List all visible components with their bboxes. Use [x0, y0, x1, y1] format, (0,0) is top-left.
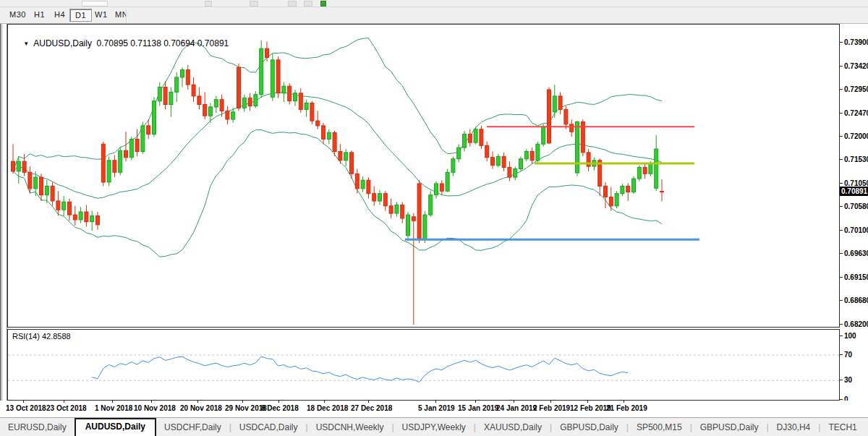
candle — [169, 87, 173, 117]
date-tick-mark — [514, 401, 514, 403]
candle — [548, 87, 551, 145]
candle — [660, 179, 664, 201]
candle — [587, 149, 590, 171]
price-tick-mark — [840, 253, 843, 254]
window-left-border — [0, 24, 7, 417]
toolbar-fragment — [304, 1, 312, 7]
date-tick-mark — [151, 401, 152, 403]
date-tick-label: 15 Jan 2019 — [458, 404, 498, 412]
price-tick-label: 0.70580 — [844, 202, 868, 210]
chart-tab-gbpusd-daily[interactable]: GBPUSD,Daily — [552, 419, 626, 436]
candle — [90, 211, 94, 231]
rsi-indicator-panel[interactable]: RSI(14) 42.8588 — [7, 329, 840, 401]
candle — [344, 149, 348, 166]
candle — [113, 155, 116, 177]
timeframe-button-h1[interactable]: H1 — [29, 9, 50, 22]
candle — [175, 72, 179, 102]
candle — [129, 137, 133, 161]
candle — [181, 67, 184, 87]
candle — [119, 147, 122, 176]
chart-tab-eurusd-daily[interactable]: EURUSD,Daily — [0, 419, 75, 436]
candle — [242, 95, 246, 112]
candle — [51, 182, 54, 206]
chart-tab-usdcad-daily[interactable]: USDCAD,Daily — [231, 419, 306, 436]
timeframe-button-w1[interactable]: W1 — [90, 9, 113, 22]
candle — [496, 154, 500, 168]
candle — [288, 83, 292, 104]
candle — [395, 202, 399, 217]
price-tick-mark — [840, 66, 843, 67]
price-tick-mark — [840, 324, 843, 325]
candle — [604, 182, 608, 208]
candle — [299, 88, 302, 113]
date-tick-label: 2 Feb 2019 — [533, 404, 570, 412]
date-tick-label: 12 Feb 2019 — [570, 404, 611, 412]
candle — [62, 196, 66, 215]
candle — [435, 181, 438, 199]
chart-tab-sp500-m15[interactable]: SP500,M15 — [629, 419, 690, 436]
date-tick-mark — [278, 401, 279, 403]
date-tick-mark — [64, 401, 64, 403]
candle — [491, 152, 495, 169]
candle — [12, 144, 15, 174]
date-tick-label: 27 Dec 2018 — [351, 404, 392, 412]
rsi-tick-label: 100 — [844, 332, 856, 340]
candle — [576, 121, 579, 176]
candle — [141, 122, 145, 154]
chart-symbol-header: ▼AUDUSD,Daily 0.70895 0.71138 0.70694 0.… — [14, 28, 229, 59]
candlestick-chart[interactable] — [8, 25, 839, 327]
price-tick-label: 0.73900 — [844, 38, 868, 46]
date-tick-label: 18 Dec 2018 — [307, 404, 348, 412]
price-tick-mark — [840, 42, 843, 43]
candle — [186, 65, 190, 90]
chart-tab-audusd-daily[interactable]: AUDUSD,Daily — [75, 418, 156, 436]
date-tick-mark — [242, 401, 243, 403]
chart-tab-usdcnh-weekly[interactable]: USDCNH,Weekly — [308, 419, 392, 436]
bollinger-lower-band — [13, 130, 662, 257]
candle — [203, 92, 207, 119]
price-tick-mark — [840, 183, 843, 184]
candle — [412, 213, 415, 325]
chart-tab-dj30-h4[interactable]: DJ30,H4 — [769, 419, 819, 436]
timeframe-button-d1[interactable]: D1 — [69, 9, 92, 22]
price-tick-label: 0.68200 — [844, 320, 868, 328]
date-tick-label: 20 Nov 2018 — [180, 404, 222, 412]
toolbar-fragment — [205, 1, 212, 7]
candle — [637, 166, 641, 181]
rsi-chart[interactable] — [8, 330, 839, 400]
chart-tab-gbpusd-daily[interactable]: GBPUSD,Daily — [692, 419, 767, 436]
chart-tab-tech1[interactable]: TECH1 — [820, 419, 864, 436]
price-tick-label: 0.70100 — [844, 226, 868, 234]
candle — [124, 132, 128, 161]
toolbar-fragment — [250, 1, 258, 7]
chart-tab-xauusd-daily[interactable]: XAUUSD,Daily — [476, 419, 550, 436]
candle — [271, 54, 274, 101]
price-tick-mark — [840, 206, 843, 207]
price-tick-label: 0.73420 — [844, 62, 868, 70]
price-chart-panel[interactable]: ▼AUDUSD,Daily 0.70895 0.71138 0.70694 0.… — [7, 24, 840, 328]
candle — [514, 166, 517, 180]
candle — [361, 176, 365, 192]
timeframe-button-h4[interactable]: H4 — [49, 9, 70, 22]
candle — [316, 111, 320, 129]
price-tick-mark — [840, 300, 843, 301]
candle — [73, 206, 77, 226]
date-tick-mark — [23, 401, 24, 403]
candle — [480, 126, 483, 149]
chart-tab-usdchf-daily[interactable]: USDCHF,Daily — [156, 419, 229, 436]
candle — [294, 90, 297, 106]
timeframe-button-mn[interactable]: MN — [110, 9, 133, 22]
candle — [389, 199, 393, 218]
chart-tab-usdjpy-weekly[interactable]: USDJPY,Weekly — [394, 419, 474, 436]
date-tick-mark — [475, 401, 476, 403]
collapse-caret-icon[interactable]: ▼ — [23, 40, 29, 47]
candle — [107, 156, 111, 186]
candle — [45, 180, 48, 203]
candle — [519, 156, 523, 171]
candle — [502, 153, 506, 171]
price-tick-mark — [840, 113, 843, 114]
toolbar-separator — [126, 9, 127, 22]
timeframe-button-m30[interactable]: M30 — [4, 9, 31, 22]
date-tick-mark — [435, 401, 436, 403]
price-tick-label: 0.71530 — [844, 155, 868, 163]
